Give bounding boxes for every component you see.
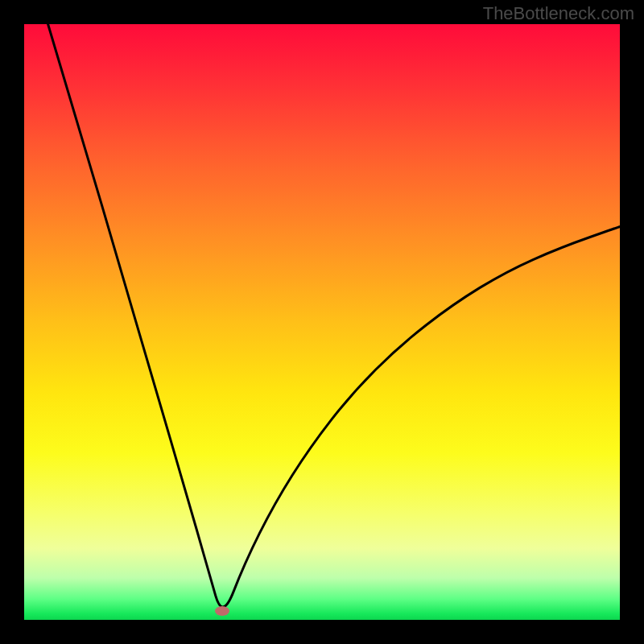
gradient-background: [24, 24, 620, 620]
attribution-text: TheBottleneck.com: [483, 3, 634, 24]
optimal-point-marker: [215, 606, 229, 616]
plot-area: [24, 24, 620, 620]
